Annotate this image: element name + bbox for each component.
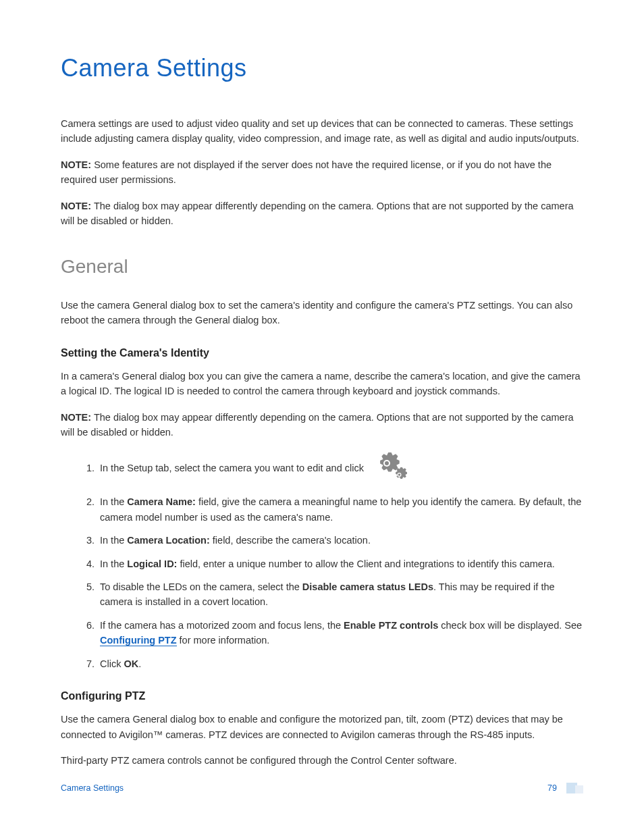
identity-note: NOTE: The dialog box may appear differen… <box>61 410 583 440</box>
page-number: 79 <box>547 783 557 793</box>
step-text: check box will be displayed. See <box>438 620 582 631</box>
step-4: In the Logical ID: field, enter a unique… <box>97 556 583 571</box>
ptz-p1: Use the camera General dialog box to ena… <box>61 712 583 742</box>
step-text: In the Setup tab, select the camera you … <box>100 463 364 473</box>
step-text: In the <box>100 558 127 569</box>
document-page: Camera Settings Camera settings are used… <box>0 0 644 834</box>
footer-decoration-icon <box>566 783 583 793</box>
steps-list: In the Setup tab, select the camera you … <box>61 451 583 672</box>
step-text: In the <box>100 535 127 546</box>
option-label: Enable PTZ controls <box>344 620 438 631</box>
svg-point-1 <box>385 461 389 465</box>
step-text: field, describe the camera's location. <box>210 535 371 546</box>
step-5: To disable the LEDs on the camera, selec… <box>97 579 583 610</box>
step-text: . <box>138 658 141 669</box>
intro-paragraph: Camera settings are used to adjust video… <box>61 116 583 147</box>
note-label: NOTE: <box>61 159 91 170</box>
settings-gear-icon <box>371 451 407 486</box>
step-text: field, enter a unique number to allow th… <box>177 558 554 569</box>
field-label: Camera Location: <box>127 535 209 546</box>
note-label: NOTE: <box>61 412 91 423</box>
section-heading-general: General <box>61 256 583 278</box>
step-text: for more information. <box>177 635 270 646</box>
step-7: Click OK. <box>97 656 583 671</box>
step-1: In the Setup tab, select the camera you … <box>97 451 583 486</box>
footer-section-name: Camera Settings <box>61 783 124 793</box>
step-3: In the Camera Location: field, describe … <box>97 533 583 548</box>
configuring-ptz-link[interactable]: Configuring PTZ <box>100 635 177 646</box>
note-text: Some features are not displayed if the s… <box>61 159 552 185</box>
note-label: NOTE: <box>61 201 91 211</box>
note-1: NOTE: Some features are not displayed if… <box>61 157 583 188</box>
svg-point-3 <box>398 473 401 476</box>
option-label: Disable camera status LEDs <box>302 581 433 592</box>
step-text: In the <box>100 496 127 507</box>
footer-right: 79 <box>547 783 583 793</box>
note-text: The dialog box may appear differently de… <box>61 412 574 438</box>
note-2: NOTE: The dialog box may appear differen… <box>61 199 583 229</box>
subsection-heading-identity: Setting the Camera's Identity <box>61 347 583 359</box>
ptz-p2: Third-party PTZ camera controls cannot b… <box>61 753 583 768</box>
step-2: In the Camera Name: field, give the came… <box>97 494 583 525</box>
step-text: Click <box>100 658 124 669</box>
subsection-heading-ptz: Configuring PTZ <box>61 690 583 702</box>
note-text: The dialog box may appear differently de… <box>61 201 574 226</box>
button-label: OK <box>124 658 138 669</box>
step-text: To disable the LEDs on the camera, selec… <box>100 581 302 592</box>
field-label: Camera Name: <box>127 496 196 507</box>
step-6: If the camera has a motorized zoom and f… <box>97 618 583 648</box>
field-label: Logical ID: <box>127 558 177 569</box>
step-text: If the camera has a motorized zoom and f… <box>100 620 344 631</box>
general-intro: Use the camera General dialog box to set… <box>61 298 583 328</box>
page-title: Camera Settings <box>61 54 583 82</box>
page-footer: Camera Settings 79 <box>61 783 583 793</box>
identity-p1: In a camera's General dialog box you can… <box>61 369 583 399</box>
